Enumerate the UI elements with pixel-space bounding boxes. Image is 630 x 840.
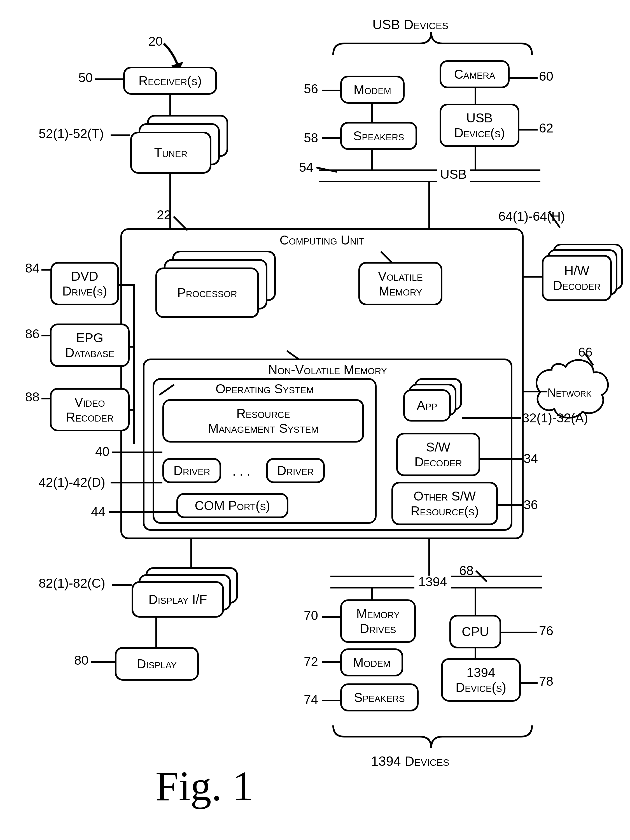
- other-sw-box: Other S/W Resource(s): [391, 482, 498, 525]
- usb-bus-line-top: [319, 169, 540, 171]
- conn-usbd-bus: [475, 147, 476, 171]
- conn-usb-cu: [428, 181, 430, 228]
- leader-32: [462, 417, 521, 419]
- bus-1394-label: 1394: [414, 574, 451, 589]
- leader-72: [322, 661, 340, 663]
- ref-34: 34: [524, 451, 538, 466]
- conn-1394-memd: [371, 587, 373, 599]
- ref-42: 42(1)-42(D): [39, 475, 105, 490]
- figure-label: Fig. 1: [155, 762, 254, 810]
- devices-1394-box: 1394 Device(s): [441, 658, 521, 702]
- ref-54: 54: [299, 159, 313, 175]
- ref-66: 66: [578, 344, 592, 360]
- usb-devices-title: USB Devices: [372, 17, 448, 32]
- processor-box: Processor: [155, 267, 259, 318]
- ref-32: 32(1)-32(A): [522, 411, 588, 425]
- ref-80: 80: [74, 653, 88, 668]
- ref-82: 82(1)-82(C): [39, 576, 105, 591]
- ref-72: 72: [304, 654, 318, 669]
- driver-dots: . . .: [232, 464, 250, 479]
- ref-70: 70: [304, 608, 318, 623]
- leader-56: [322, 90, 340, 91]
- ref-22: 22: [157, 207, 171, 223]
- speakers2-box: Speakers: [340, 684, 419, 711]
- nvm-title: Non-Volatile Memory: [268, 362, 387, 377]
- usb-devices-box: USB Device(s): [439, 104, 520, 147]
- leader-76: [501, 632, 537, 633]
- ref-56: 56: [304, 81, 318, 96]
- usb-bus-label: USB: [437, 167, 470, 182]
- conn-tuner-cu: [169, 174, 171, 228]
- volatile-memory-box: Volatile Memory: [358, 262, 443, 305]
- conn-cu-hwdec: [524, 276, 542, 278]
- driver-box-1: Driver: [162, 458, 221, 483]
- resource-mgmt-box: Resource Management System: [162, 399, 364, 442]
- conn-cpu-1394d: [475, 648, 476, 658]
- leader-58: [322, 137, 340, 139]
- cpu-box: CPU: [449, 615, 501, 648]
- leader-52: [110, 134, 130, 136]
- ref-86: 86: [25, 326, 39, 341]
- conn-dvd: [119, 284, 134, 286]
- os-title: Operating System: [216, 382, 314, 396]
- display-box: Display: [115, 647, 199, 681]
- ref-58: 58: [304, 130, 318, 145]
- com-ports-box: COM Port(s): [176, 493, 288, 518]
- modem-box: Modem: [340, 76, 405, 104]
- leader-80: [91, 661, 115, 663]
- leader-44: [109, 511, 177, 513]
- ref-36: 36: [524, 497, 538, 512]
- ref-84: 84: [25, 261, 39, 276]
- conn-cu-1394: [428, 539, 430, 576]
- computing-unit-title: Computing Unit: [279, 233, 364, 248]
- conn-recv-tuner: [169, 95, 171, 116]
- epg-database-box: EPG Database: [50, 324, 130, 367]
- conn-spk-bus: [371, 150, 373, 171]
- leader-86: [41, 335, 50, 336]
- ref-88: 88: [25, 389, 39, 404]
- tuner-box: Tuner: [130, 132, 211, 174]
- leader-88: [41, 398, 50, 399]
- conn-vrec: [130, 409, 135, 411]
- conn-modem-sp: [371, 104, 373, 122]
- ref-78: 78: [539, 674, 553, 689]
- dvd-drives-box: DVD Drive(s): [50, 262, 119, 305]
- ref-74: 74: [304, 692, 318, 707]
- modem2-box: Modem: [340, 648, 403, 676]
- leader-40: [112, 452, 162, 453]
- leader-84: [41, 269, 51, 271]
- leader-78: [521, 682, 538, 684]
- ref-20: 20: [148, 34, 163, 49]
- ref-60: 60: [539, 69, 553, 84]
- left-bus-v: [133, 284, 135, 444]
- leader-36: [498, 504, 523, 506]
- ref-76: 76: [539, 623, 553, 638]
- ref-40: 40: [95, 444, 109, 459]
- conn-cu-dif: [191, 539, 192, 567]
- conn-dif-disp: [155, 617, 157, 647]
- leader-82: [112, 584, 132, 586]
- video-recoder-box: Video Recoder: [50, 388, 130, 431]
- leader-70: [322, 616, 340, 618]
- conn-cu-net: [524, 391, 547, 392]
- ref-62: 62: [539, 120, 553, 136]
- hw-decoder-box: H/W Decoder: [542, 255, 612, 301]
- ref-50: 50: [79, 70, 93, 85]
- camera-box: Camera: [439, 60, 510, 88]
- ref-44: 44: [91, 504, 105, 519]
- conn-1394-cpu: [475, 587, 476, 615]
- display-if-box: Display I/F: [132, 581, 224, 617]
- leader-50: [95, 79, 123, 80]
- speakers-box: Speakers: [340, 122, 417, 150]
- driver-box-2: Driver: [266, 458, 325, 483]
- leader-42: [110, 482, 162, 483]
- devices-1394-title: 1394 Devices: [371, 753, 449, 769]
- leader-74: [322, 699, 340, 701]
- ref-52: 52(1)-52(T): [39, 126, 104, 141]
- memory-drives-box: Memory Drives: [340, 599, 416, 643]
- app-box: App: [403, 389, 451, 422]
- network-label: Network: [547, 386, 592, 399]
- receivers-box: Receiver(s): [123, 67, 217, 95]
- leader-62: [520, 129, 538, 131]
- leader-60: [510, 77, 538, 79]
